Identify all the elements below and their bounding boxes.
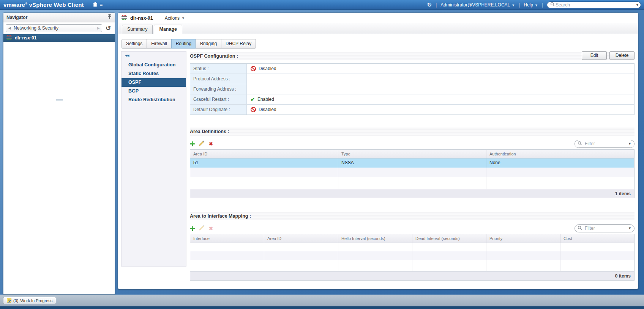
add-icon[interactable] <box>190 141 195 146</box>
search-icon <box>550 2 555 8</box>
property-value <box>247 84 634 94</box>
column-header-authentication[interactable]: Authentication <box>486 150 634 158</box>
column-header-priority[interactable]: Priority <box>486 234 560 243</box>
help-menu[interactable]: Help▼ <box>524 2 538 8</box>
table-cell <box>412 243 486 251</box>
table-cell <box>486 168 634 177</box>
topbar-separator: | <box>436 2 437 8</box>
filter-box[interactable]: ▼ <box>575 140 635 148</box>
property-value <box>247 74 634 84</box>
app-logo: vmware® vSphere Web Client <box>3 2 84 8</box>
subtab-routing[interactable]: Routing <box>171 39 196 49</box>
property-value-text: Disabled <box>259 66 276 71</box>
tree-item-dlr-nsx-01[interactable]: dlr-nsx-01 <box>3 34 115 42</box>
subtab-bar: SettingsFirewallRoutingBridgingDHCP Rela… <box>122 39 256 49</box>
ospf-property-table: Status :DisabledProtocol Address :Forwar… <box>190 63 635 115</box>
tab-summary[interactable]: Summary <box>122 25 153 34</box>
empty-row <box>190 168 634 177</box>
filter-input[interactable] <box>584 141 626 147</box>
search-box[interactable]: ▼ <box>547 2 641 8</box>
section-title: Area to Interface Mapping : <box>190 213 251 219</box>
status-bar: (0) Work In Progress <box>0 295 644 306</box>
edit-icon[interactable] <box>199 140 205 147</box>
search-input[interactable] <box>555 2 634 8</box>
empty-row <box>190 177 634 189</box>
routing-nav-bgp[interactable]: BGP <box>122 87 186 96</box>
area-definitions-table: Area IDTypeAuthentication 51NSSANone 1 i… <box>190 149 635 198</box>
back-chevron-icon[interactable]: ◀ <box>6 25 13 32</box>
subtab-settings[interactable]: Settings <box>122 39 147 49</box>
table-row[interactable]: 51NSSANone <box>190 158 634 168</box>
column-header-hello-interval-seconds[interactable]: Hello Interval (seconds) <box>338 234 412 243</box>
subtab-bridging[interactable]: Bridging <box>196 39 221 49</box>
table-cell <box>412 260 486 271</box>
subtab-dhcp-relay[interactable]: DHCP Relay <box>221 39 256 49</box>
dlr-icon <box>122 15 128 22</box>
edit-button[interactable]: Edit <box>582 51 607 60</box>
wip-count: (0) <box>13 298 18 303</box>
bottom-strip <box>0 306 644 309</box>
subtab-firewall[interactable]: Firewall <box>147 39 171 49</box>
add-icon[interactable] <box>190 226 195 231</box>
table-cell <box>190 243 264 251</box>
forward-chevron-icon[interactable]: ▶ <box>95 25 102 32</box>
delete-button[interactable]: Delete <box>609 51 635 60</box>
column-header-area-id[interactable]: Area ID <box>264 234 338 243</box>
table-cell <box>338 251 412 260</box>
topbar-separator: | <box>542 2 543 8</box>
edit-icon-disabled <box>199 225 205 232</box>
area-mapping-table: InterfaceArea IDHello Interval (seconds)… <box>190 234 635 281</box>
menu-icon[interactable]: ≡ <box>100 2 103 8</box>
user-menu[interactable]: Administrator@VSPHERE.LOCAL▼ <box>440 2 515 8</box>
empty-row <box>190 251 634 260</box>
table-cell <box>486 260 560 271</box>
routing-nav-route-redistribution[interactable]: Route Redistribution <box>122 96 186 104</box>
tab-manage[interactable]: Manage <box>154 25 182 34</box>
filter-caret-icon[interactable]: ▼ <box>628 226 631 230</box>
column-header-area-id[interactable]: Area ID <box>190 150 338 158</box>
column-header-interface[interactable]: Interface <box>190 234 264 243</box>
routing-nav-global-configuration[interactable]: Global Configuration <box>122 61 186 69</box>
object-name: dlr-nsx-01 <box>130 16 153 21</box>
top-bar: vmware® vSphere Web Client ≡ ↻ | Adminis… <box>0 0 644 10</box>
section-title: Area Definitions : <box>190 129 229 134</box>
delete-icon[interactable]: ✖ <box>209 141 213 146</box>
filter-caret-icon[interactable]: ▼ <box>628 142 631 146</box>
tab-bar: SummaryManage <box>118 23 638 34</box>
routing-nav-static-routes[interactable]: Static Routes <box>122 69 186 78</box>
refresh-icon[interactable]: ↻ <box>427 2 432 8</box>
navigator-panel: Navigator ◀ Networking & Security ▶ ↺ dl… <box>3 13 115 295</box>
search-caret-icon[interactable]: ▼ <box>634 3 639 7</box>
actions-menu[interactable]: Actions▼ <box>165 16 185 21</box>
home-icon[interactable] <box>92 2 98 8</box>
filter-box[interactable]: ▼ <box>575 224 635 232</box>
table-cell <box>338 177 486 189</box>
column-header-type[interactable]: Type <box>338 150 486 158</box>
property-label: Default Originate : <box>190 105 247 115</box>
splitter-handle[interactable] <box>56 99 63 101</box>
breadcrumb-label[interactable]: Networking & Security <box>13 25 95 31</box>
history-icon[interactable]: ↺ <box>104 24 112 32</box>
table-cell <box>338 243 412 251</box>
chevron-down-icon: ▼ <box>182 16 185 20</box>
pin-icon[interactable] <box>107 14 112 21</box>
search-icon <box>578 140 582 147</box>
content-area: OSPF Configuration : Edit Delete Status … <box>190 52 635 281</box>
wip-label: Work In Progress <box>20 298 52 303</box>
main-panel: dlr-nsx-01 Actions▼ SummaryManage Settin… <box>118 13 638 289</box>
table-cell <box>190 251 264 260</box>
collapse-icon[interactable]: ◀◀ <box>125 54 186 57</box>
property-label: Forwarding Address : <box>190 84 247 94</box>
column-header-dead-interval-seconds[interactable]: Dead Interval (seconds) <box>412 234 486 243</box>
column-header-cost[interactable]: Cost <box>560 234 634 243</box>
table-cell <box>412 251 486 260</box>
delete-icon-disabled: ✖ <box>209 226 213 231</box>
property-label: Protocol Address : <box>190 74 247 84</box>
wip-icon <box>7 298 11 303</box>
filter-input[interactable] <box>584 225 626 231</box>
property-value: Disabled <box>247 105 634 115</box>
divider <box>159 15 159 21</box>
routing-nav-ospf[interactable]: OSPF <box>122 78 186 87</box>
work-in-progress-badge[interactable]: (0) Work In Progress <box>3 297 56 304</box>
property-value: ✔Enabled <box>247 94 634 104</box>
